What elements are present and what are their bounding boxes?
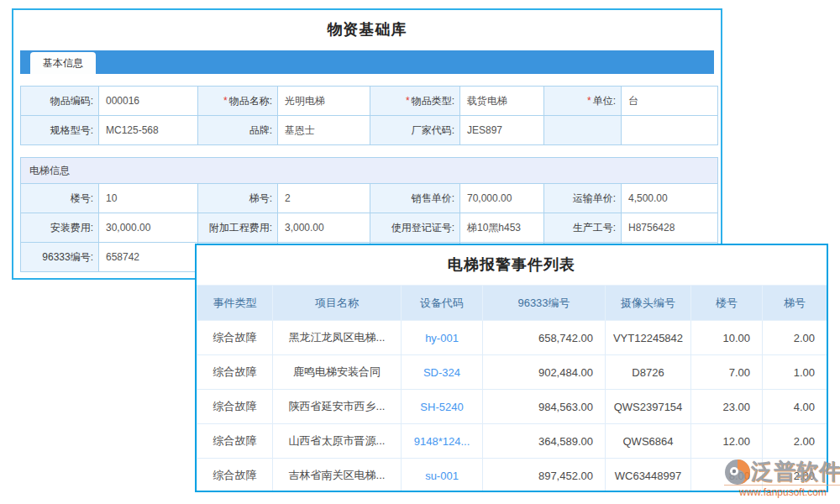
cell-camera-no: WC63448997 [606,459,691,493]
field-value-empty [622,116,718,145]
cell-device-code-link[interactable]: SD-324 [402,355,483,390]
table-row[interactable]: 综合故障 山西省太原市晋源... 9148*124... 364,589.00 … [197,424,827,459]
cell-building-no: 12.00 [691,424,763,459]
required-mark: * [223,95,228,107]
cell-event-type: 综合故障 [197,321,273,355]
cell-camera-no: QWS2397154 [606,390,691,424]
form-row: 物品编码: 000016 *物品名称: 光明电梯 *物品类型: 载货电梯 *单位… [21,87,718,116]
cell-lift-no: 4.00 [763,390,827,424]
cell-event-type: 综合故障 [197,355,273,390]
form-row: 安装费用: 30,000.00 附加工程费用: 3,000.00 使用登记证号:… [21,213,718,243]
watermark-brand-text: 泛普软件 [751,457,840,486]
cell-camera-no: D8726 [606,355,691,390]
cell-96333-no: 658,742.00 [483,321,606,355]
cell-event-type: 综合故障 [197,390,273,424]
field-value-brand[interactable]: 基恩士 [278,116,370,145]
alarm-event-window: 电梯报警事件列表 事件类型 项目名称 设备代码 96333编号 摄像头编号 楼号… [195,244,828,492]
column-header-project-name[interactable]: 项目名称 [273,286,402,321]
form-row: 楼号: 10 梯号: 2 销售单价: 70,000.00 运输单价: 4,500… [21,184,718,213]
table-row[interactable]: 综合故障 黑龙江龙凤区电梯... hy-001 658,742.00 VYT12… [197,321,827,355]
field-value-extra-fee[interactable]: 3,000.00 [278,213,370,243]
field-label-registration-no: 使用登记证号: [370,213,460,243]
field-label-empty [544,116,622,145]
field-label-sale-price: 销售单价: [370,184,460,213]
screen: 物资基础库 基本信息 物品编码: 000016 *物品名称: 光明电梯 *物品类… [0,0,840,504]
field-label-item-code: 物品编码: [21,87,99,116]
cell-project-name: 鹿鸣电梯安装合同 [273,355,402,390]
column-header-event-type[interactable]: 事件类型 [197,286,273,321]
cell-project-name: 山西省太原市晋源... [273,424,402,459]
cell-lift-no: 1.00 [763,355,827,390]
cell-building-no: 7.00 [691,355,763,390]
cell-96333-no: 984,563.00 [483,390,606,424]
column-header-building-no[interactable]: 楼号 [691,286,763,321]
field-label-lift-no: 梯号: [198,184,278,213]
alarm-window-title: 电梯报警事件列表 [197,255,827,275]
cell-96333-no: 897,452.00 [483,459,606,493]
field-value-item-code[interactable]: 000016 [99,87,198,116]
cell-device-code-link[interactable]: hy-001 [402,321,483,355]
cell-device-code-link[interactable]: su-001 [402,459,483,493]
field-value-production-no[interactable]: H8756428 [622,213,718,243]
field-label-96333-no: 96333编号: [21,243,99,272]
basic-info-form: 物品编码: 000016 *物品名称: 光明电梯 *物品类型: 载货电梯 *单位… [20,86,718,145]
required-mark: * [587,95,591,107]
table-row[interactable]: 综合故障 鹿鸣电梯安装合同 SD-324 902,484.00 D8726 7.… [197,355,827,390]
field-label-brand: 品牌: [198,116,278,145]
tab-bar: 基本信息 [20,50,714,74]
cell-camera-no: VYT12245842 [606,321,691,355]
field-value-unit[interactable]: 台 [622,87,718,116]
cell-device-code-link[interactable]: 9148*124... [402,424,483,459]
field-value-maker-code[interactable]: JES897 [460,116,544,145]
material-base-window: 物资基础库 基本信息 物品编码: 000016 *物品名称: 光明电梯 *物品类… [12,8,722,280]
cell-building-no: 23.00 [691,390,763,424]
field-value-spec-model[interactable]: MC125-568 [99,116,198,145]
column-header-lift-no[interactable]: 梯号 [763,286,827,321]
column-header-device-code[interactable]: 设备代码 [402,286,483,321]
section-header-row: 电梯信息 [21,158,718,184]
cell-96333-no: 364,589.00 [483,424,606,459]
vendor-watermark: 泛普软件 www.fanpusoft.com [724,457,840,498]
field-value-building-no[interactable]: 10 [99,184,198,213]
section-title-elevator-info: 电梯信息 [21,158,718,184]
field-label-extra-fee: 附加工程费用: [198,213,278,243]
cell-project-name: 陕西省延安市西乡... [273,390,402,424]
field-value-transport-price[interactable]: 4,500.00 [622,184,718,213]
cell-event-type: 综合故障 [197,459,273,493]
cell-project-name: 吉林省南关区电梯... [273,459,402,493]
table-header-row: 事件类型 项目名称 设备代码 96333编号 摄像头编号 楼号 梯号 [197,286,827,321]
field-value-lift-no[interactable]: 2 [278,184,370,213]
field-value-sale-price[interactable]: 70,000.00 [460,184,544,213]
field-label-transport-price: 运输单价: [544,184,622,213]
field-label-building-no: 楼号: [21,184,99,213]
cell-96333-no: 902,484.00 [483,355,606,390]
field-label-unit: *单位: [544,87,622,116]
cell-lift-no: 2.00 [763,424,827,459]
field-label-install-fee: 安装费用: [21,213,99,243]
field-label-item-name: *物品名称: [198,87,278,116]
tab-basic-info[interactable]: 基本信息 [30,52,96,74]
table-row[interactable]: 综合故障 陕西省延安市西乡... SH-5240 984,563.00 QWS2… [197,390,827,424]
material-window-title: 物资基础库 [13,19,721,39]
field-value-96333-no[interactable]: 658742 [99,243,198,272]
field-value-item-name[interactable]: 光明电梯 [278,87,370,116]
column-header-96333-no[interactable]: 96333编号 [483,286,606,321]
field-label-item-type: *物品类型: [370,87,460,116]
column-header-camera-no[interactable]: 摄像头编号 [606,286,691,321]
field-value-registration-no[interactable]: 梯10黑h453 [460,213,544,243]
cell-project-name: 黑龙江龙凤区电梯... [273,321,402,355]
cell-lift-no: 2.00 [763,321,827,355]
field-label-production-no: 生产工号: [544,213,622,243]
cell-building-no: 10.00 [691,321,763,355]
field-label-spec-model: 规格型号: [21,116,99,145]
cell-camera-no: QWS6864 [606,424,691,459]
field-value-item-type[interactable]: 载货电梯 [460,87,544,116]
form-row: 规格型号: MC125-568 品牌: 基恩士 厂家代码: JES897 [21,116,718,145]
field-value-install-fee[interactable]: 30,000.00 [99,213,198,243]
required-mark: * [406,95,410,107]
field-label-maker-code: 厂家代码: [370,116,460,145]
watermark-url[interactable]: www.fanpusoft.com [724,485,840,498]
cell-event-type: 综合故障 [197,424,273,459]
fanpu-logo-icon [724,459,751,486]
cell-device-code-link[interactable]: SH-5240 [402,390,483,424]
